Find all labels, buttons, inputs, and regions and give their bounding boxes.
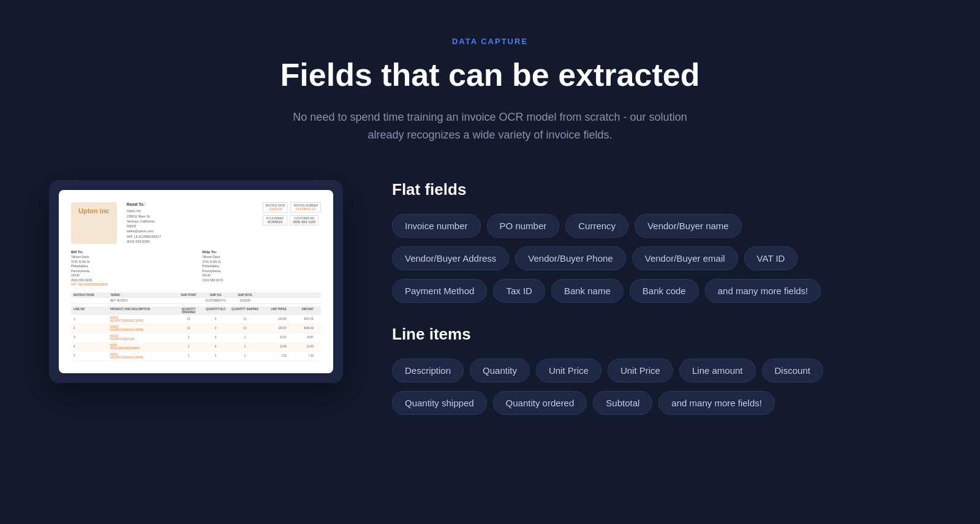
tag-subtotal: Subtotal bbox=[593, 391, 652, 415]
table-row: 4 R3094X13CMD/VIMCEMENT 1 0 1 12.45 12.4… bbox=[71, 343, 321, 352]
ship-to-col: Ship To: Tillman-Stark3741 N 5th StPhila… bbox=[202, 250, 321, 287]
tag-more-line: and many more fields! bbox=[658, 391, 775, 415]
tag-vendor-buyer-address: Vendor/Buyer Address bbox=[392, 246, 509, 270]
page-subtitle: No need to spend time training an invoic… bbox=[276, 108, 704, 144]
tag-currency: Currency bbox=[565, 214, 628, 238]
table-row: 3 R01204X13PVC/DW/YUB 1 0 1 10.67 10.67 bbox=[71, 333, 321, 343]
remit-address: Upton Inc2386 E Main StVentura, Californ… bbox=[127, 208, 263, 229]
table-sub-header: NET 40 DAYS CUSTOMER P.U 12/23/20 bbox=[71, 298, 321, 304]
tag-vat-id: VAT ID bbox=[744, 246, 798, 270]
col-line: INSTRUCTIONS bbox=[74, 294, 108, 297]
customer-box: CUSTOMER NO (805) 653-1100 bbox=[290, 215, 319, 226]
invoice-inner: Upton inc Remit To: Upton Inc2386 E Main… bbox=[59, 190, 333, 373]
tag-quantity: Quantity bbox=[470, 359, 530, 382]
header-section: DATA CAPTURE Fields that can be extracte… bbox=[49, 37, 931, 143]
invoice-meta: INVOICE DATE 13/22/19 INVOICE NUMBER 112… bbox=[263, 202, 321, 244]
ship-to-text: Tillman-Stark3741 N 5th StPhiladelphia,P… bbox=[202, 255, 321, 283]
invoice-num-value: 11234501-12 bbox=[293, 207, 318, 211]
tag-description: Description bbox=[392, 359, 464, 382]
invoice-num-box: INVOICE NUMBER 11234501-12 bbox=[290, 202, 321, 213]
line-items-row-1: Description Quantity Unit Price Unit Pri… bbox=[392, 359, 931, 382]
invoice-date-value: 13/22/19 bbox=[266, 207, 285, 211]
bill-to-text: Tillman-Stark3741 N 5th StPhiladelphia,P… bbox=[71, 255, 190, 283]
tag-discount: Discount bbox=[762, 359, 823, 382]
tag-invoice-number: Invoice number bbox=[392, 214, 481, 238]
ship-to-title: Ship To: bbox=[202, 250, 321, 254]
table-row: 5 R00216X13PVC/DW/GHD.S/PPE 1 0 1 7.32 7… bbox=[71, 352, 321, 361]
tag-unit-price-2: Unit Price bbox=[608, 359, 673, 382]
invoice-meta-row-2: P.O NUMBER 32345610 CUSTOMER NO (805) 65… bbox=[263, 215, 321, 226]
tag-unit-price-1: Unit Price bbox=[536, 359, 601, 382]
invoice-header: Upton inc Remit To: Upton Inc2386 E Main… bbox=[71, 202, 321, 244]
customer-value: (805) 653-1100 bbox=[293, 220, 316, 224]
bill-ship-section: Bill To: Tillman-Stark3741 N 5th StPhila… bbox=[71, 250, 321, 287]
flat-fields-block: Flat fields Invoice number PO number Cur… bbox=[392, 180, 931, 303]
table-col-header: LINE NO PRODUCT AND DESCRIPTION QUANTITY… bbox=[71, 306, 321, 315]
remit-title: Remit To: bbox=[127, 202, 263, 207]
bill-to-title: Bill To: bbox=[71, 250, 190, 254]
line-items-row-2: Quantity shipped Quantity ordered Subtot… bbox=[392, 391, 931, 415]
flat-fields-title: Flat fields bbox=[392, 180, 931, 199]
invoice-mockup: Upton inc Remit To: Upton Inc2386 E Main… bbox=[49, 180, 343, 382]
col-desc: TERMS bbox=[110, 294, 174, 297]
col-ship-date: SHIP DATE bbox=[230, 294, 260, 297]
remit-vat: VAT: UL011898182617(916) 933-9293 bbox=[127, 234, 263, 245]
tag-vendor-buyer-phone: Vendor/Buyer Phone bbox=[515, 246, 625, 270]
fields-section: Flat fields Invoice number PO number Cur… bbox=[392, 180, 931, 423]
content-section: Upton inc Remit To: Upton Inc2386 E Main… bbox=[49, 180, 931, 423]
invoice-meta-row-1: INVOICE DATE 13/22/19 INVOICE NUMBER 112… bbox=[263, 202, 321, 213]
bill-to-col: Bill To: Tillman-Stark3741 N 5th StPhila… bbox=[71, 250, 190, 287]
remit-section: Remit To: Upton Inc2386 E Main StVentura… bbox=[127, 202, 263, 244]
tag-bank-name: Bank name bbox=[551, 279, 624, 303]
page-title: Fields that can be extracted bbox=[49, 57, 931, 94]
tag-quantity-ordered: Quantity ordered bbox=[493, 391, 587, 415]
col-ship-point: SHIP POINT bbox=[176, 294, 201, 297]
tag-po-number: PO number bbox=[487, 214, 560, 238]
tag-bank-code: Bank code bbox=[630, 279, 699, 303]
tag-vendor-buyer-name: Vendor/Buyer name bbox=[635, 214, 742, 238]
section-eyebrow: DATA CAPTURE bbox=[49, 37, 931, 46]
line-items-block: Line items Description Quantity Unit Pri… bbox=[392, 325, 931, 415]
company-logo: Upton inc bbox=[71, 202, 117, 244]
tag-vendor-buyer-email: Vendor/Buyer email bbox=[632, 246, 738, 270]
invoice-date-box: INVOICE DATE 13/22/19 bbox=[263, 202, 288, 213]
tag-quantity-shipped: Quantity shipped bbox=[392, 391, 487, 415]
flat-fields-row-1: Invoice number PO number Currency Vendor… bbox=[392, 214, 931, 238]
bill-vat: VAT: DE142526388338938 bbox=[71, 283, 190, 287]
tag-tax-id: Tax ID bbox=[493, 279, 545, 303]
tag-payment-method: Payment Method bbox=[392, 279, 487, 303]
col-ship-via: SHIP VIA bbox=[203, 294, 228, 297]
table-row: 1 R00316X13PVC/DW/GHD.S/PPE 21 0 21 120.… bbox=[71, 315, 321, 324]
tag-more-flat: and many more fields! bbox=[705, 279, 821, 303]
table-row: 2 R00226X13PVC/DW/GHD.S/PPE 12 0 12 220.… bbox=[71, 324, 321, 333]
table-header: INSTRUCTIONS TERMS SHIP POINT SHIP VIA S… bbox=[71, 292, 321, 298]
flat-fields-row-2: Vendor/Buyer Address Vendor/Buyer Phone … bbox=[392, 246, 931, 270]
remit-email: sales@upton.com bbox=[127, 229, 263, 234]
tag-line-amount: Line amount bbox=[679, 359, 756, 382]
line-items-title: Line items bbox=[392, 325, 931, 344]
po-value: 32345610 bbox=[266, 220, 284, 224]
po-box: P.O NUMBER 32345610 bbox=[263, 215, 287, 226]
flat-fields-row-3: Payment Method Tax ID Bank name Bank cod… bbox=[392, 279, 931, 303]
